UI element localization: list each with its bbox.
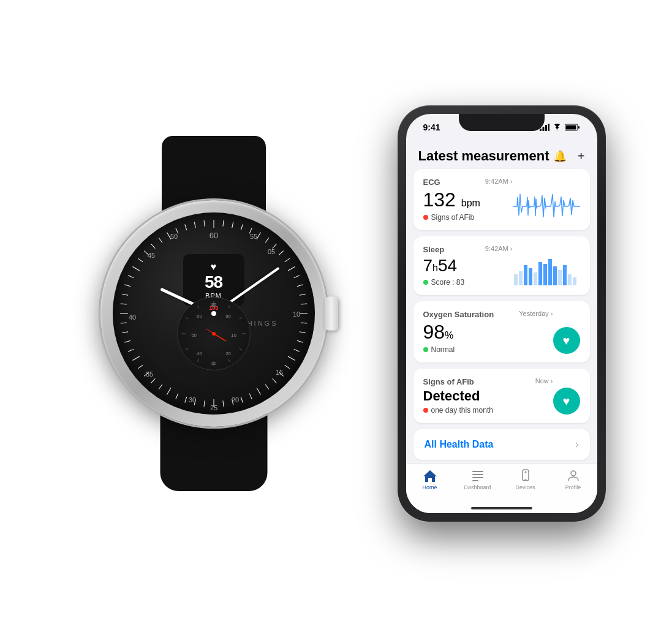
tab-devices[interactable]: Devices <box>502 468 549 490</box>
svg-text:40: 40 <box>128 314 135 321</box>
devices-icon <box>518 468 533 483</box>
svg-rect-119 <box>472 474 483 475</box>
svg-line-11 <box>293 276 299 278</box>
svg-line-39 <box>138 365 143 369</box>
svg-text:15: 15 <box>275 369 282 376</box>
svg-line-40 <box>132 356 139 361</box>
tab-home[interactable]: Home <box>406 468 454 490</box>
svg-rect-104 <box>578 126 580 129</box>
svg-text:50: 50 <box>191 332 197 338</box>
phone-body: 9:41 <box>398 105 606 522</box>
svg-rect-108 <box>529 268 532 285</box>
svg-rect-116 <box>568 274 572 285</box>
svg-rect-107 <box>524 265 527 285</box>
svg-rect-109 <box>534 272 537 285</box>
svg-line-10 <box>288 267 295 271</box>
status-time: 9:41 <box>423 122 440 132</box>
oxygen-status-text: Normal <box>431 345 455 354</box>
watch-face: 60 05 10 15 20 25 30 35 40 45 50 55 WITH… <box>113 212 315 415</box>
phone-screen: 9:41 <box>406 114 597 513</box>
watch-subdial: 100 10 20 30 40 50 60 90 80 70 <box>177 297 251 370</box>
sleep-card[interactable]: Sleep 9:42AM › 7h54 Score : 83 <box>413 236 590 295</box>
tab-profile[interactable]: Profile <box>549 468 597 490</box>
ecg-card-header: ECG 9:42AM › <box>423 178 513 187</box>
ecg-card-time: 9:42AM › <box>485 178 513 185</box>
svg-line-44 <box>120 323 126 323</box>
afib-card[interactable]: Signs of AFib Now › Detected one day thi… <box>413 369 590 423</box>
svg-rect-114 <box>558 270 562 285</box>
svg-rect-115 <box>563 265 567 285</box>
svg-rect-100 <box>545 125 547 131</box>
afib-card-body: Signs of AFib Now › Detected one day thi… <box>423 377 580 415</box>
svg-text:60: 60 <box>209 231 217 240</box>
svg-text:55: 55 <box>249 233 257 240</box>
svg-line-17 <box>299 332 305 333</box>
svg-rect-120 <box>472 477 483 478</box>
svg-line-38 <box>144 372 148 377</box>
svg-rect-113 <box>553 266 557 285</box>
svg-line-12 <box>297 285 303 287</box>
sleep-status-dot <box>423 280 428 285</box>
svg-rect-99 <box>542 127 544 131</box>
watch-center-dot <box>211 311 216 316</box>
svg-line-33 <box>184 397 186 403</box>
svg-text:40: 40 <box>197 351 202 356</box>
oxygen-card-left: Oxygen Saturation Yesterday › 98% Normal <box>423 310 553 354</box>
dashboard-icon <box>470 468 485 483</box>
tab-profile-label: Profile <box>565 484 581 490</box>
heart-icon-watch: ♥ <box>211 261 217 272</box>
svg-line-29 <box>222 400 223 407</box>
svg-text:35: 35 <box>145 370 153 378</box>
svg-line-21 <box>284 365 289 369</box>
bell-icon[interactable]: 🔔 <box>553 149 567 163</box>
oxygen-card-title: Oxygen Saturation <box>423 310 494 319</box>
tab-devices-label: Devices <box>515 484 535 490</box>
sleep-card-body: Sleep 9:42AM › 7h54 Score : 83 <box>423 245 580 287</box>
plus-icon[interactable]: + <box>578 149 585 163</box>
svg-line-49 <box>128 276 134 278</box>
svg-line-59 <box>204 220 205 227</box>
profile-icon <box>566 468 581 483</box>
svg-text:50: 50 <box>170 233 177 240</box>
svg-line-22 <box>279 372 283 377</box>
svg-text:20: 20 <box>231 396 238 404</box>
tab-dashboard[interactable]: Dashboard <box>454 468 502 490</box>
svg-line-47 <box>122 294 128 295</box>
svg-line-77 <box>239 348 241 350</box>
subdial-svg: 100 10 20 30 40 50 60 90 80 70 <box>178 298 250 370</box>
bpm-number: 58 <box>205 274 222 291</box>
svg-text:30: 30 <box>188 396 195 404</box>
watch-case: 60 05 10 15 20 25 30 35 40 45 50 55 WITH… <box>100 200 327 427</box>
tab-home-label: Home <box>422 484 437 490</box>
sleep-card-value: 7h54 <box>423 257 513 276</box>
oxygen-card-body: Oxygen Saturation Yesterday › 98% Normal <box>423 310 580 354</box>
app-header: Latest measurement 🔔 + <box>406 141 597 169</box>
svg-line-13 <box>299 294 305 295</box>
svg-line-26 <box>249 394 252 399</box>
svg-line-83 <box>186 317 188 318</box>
svg-line-51 <box>138 258 143 262</box>
ecg-card[interactable]: ECG 9:42AM › 132 bpm Signs of AFib <box>413 169 590 230</box>
sleep-chart <box>513 253 580 287</box>
ecg-status-dot <box>423 215 428 220</box>
svg-line-78 <box>228 359 230 362</box>
header-icons: 🔔 + <box>553 149 585 163</box>
svg-line-46 <box>120 304 126 304</box>
oxygen-teal-icon: ♥ <box>553 327 580 354</box>
svg-rect-105 <box>514 274 518 285</box>
svg-line-19 <box>293 349 299 351</box>
svg-line-81 <box>186 348 188 350</box>
afib-card-left: Signs of AFib Now › Detected one day thi… <box>423 377 553 415</box>
svg-line-50 <box>132 267 139 271</box>
oxygen-card-value: 98% <box>423 321 553 343</box>
svg-line-75 <box>239 317 241 318</box>
all-health-data-row[interactable]: All Health Data › <box>413 429 590 460</box>
svg-line-37 <box>151 378 155 383</box>
svg-rect-106 <box>519 271 523 285</box>
afib-card-value: Detected <box>423 389 553 404</box>
svg-line-84 <box>197 306 198 308</box>
oxygen-card[interactable]: Oxygen Saturation Yesterday › 98% Normal <box>413 301 590 362</box>
svg-line-57 <box>184 224 186 230</box>
svg-line-6 <box>265 238 269 242</box>
svg-rect-118 <box>472 471 483 472</box>
